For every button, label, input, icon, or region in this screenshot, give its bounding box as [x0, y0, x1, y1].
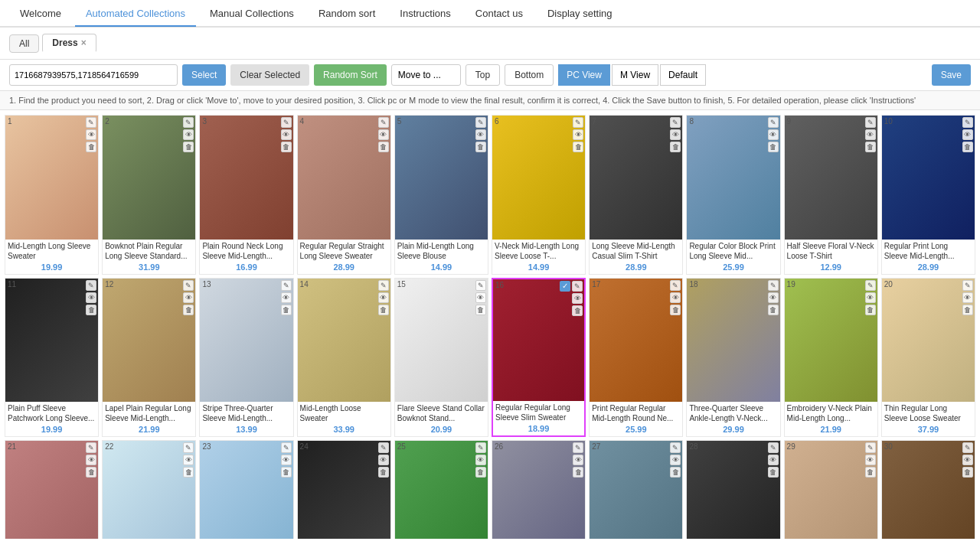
- tab-all[interactable]: All: [9, 34, 39, 53]
- product-card[interactable]: 23 ✎ 👁 🗑 Asymmetric Stripe Lapel Long Lo…: [199, 440, 293, 539]
- delete-icon[interactable]: 🗑: [378, 142, 389, 152]
- edit-icon[interactable]: ✎: [183, 117, 194, 128]
- move-to-select[interactable]: Move to ...: [391, 64, 461, 86]
- product-card[interactable]: 3 ✎ 👁 🗑 Plain Round Neck Long Sleeve Mid…: [199, 115, 293, 275]
- delete-icon[interactable]: 🗑: [86, 467, 96, 478]
- product-card[interactable]: 14 ✎ 👁 🗑 Mid-Length Loose Sweater 33.99: [297, 278, 391, 438]
- nav-display-setting[interactable]: Display setting: [537, 2, 623, 27]
- product-card[interactable]: 15 ✎ 👁 🗑 Flare Sleeve Stand Collar Bowkn…: [394, 278, 488, 438]
- edit-icon[interactable]: ✎: [281, 117, 292, 128]
- product-card[interactable]: 19 ✎ 👁 🗑 Embroidery V-Neck Plain Mid-Len…: [784, 278, 878, 438]
- product-id-input[interactable]: [9, 64, 178, 86]
- product-card[interactable]: 20 ✎ 👁 🗑 Thin Regular Long Sleeve Loose …: [881, 278, 975, 438]
- eye-icon[interactable]: 👁: [281, 455, 292, 465]
- product-card[interactable]: 30 ✎ 👁 🗑 Color Block Lapel Print Mid-Len…: [881, 440, 975, 539]
- edit-icon[interactable]: ✎: [670, 117, 681, 128]
- eye-icon[interactable]: 👁: [281, 129, 292, 140]
- product-card[interactable]: 8 ✎ 👁 🗑 Regular Color Block Print Long S…: [686, 115, 780, 275]
- delete-icon[interactable]: 🗑: [86, 305, 96, 315]
- eye-icon[interactable]: 👁: [962, 129, 973, 140]
- edit-icon[interactable]: ✎: [183, 280, 194, 291]
- delete-icon[interactable]: 🗑: [865, 142, 876, 152]
- eye-icon[interactable]: 👁: [573, 455, 583, 465]
- edit-icon[interactable]: ✎: [573, 442, 583, 453]
- edit-icon[interactable]: ✎: [962, 117, 973, 128]
- delete-icon[interactable]: 🗑: [768, 467, 779, 478]
- product-card[interactable]: 17 ✎ 👁 🗑 Print Regular Regular Mid-Lengt…: [589, 278, 683, 438]
- eye-icon[interactable]: 👁: [572, 293, 583, 304]
- eye-icon[interactable]: 👁: [865, 129, 876, 140]
- product-card[interactable]: 12 ✎ 👁 🗑 Lapel Plain Regular Long Sleeve…: [102, 278, 196, 438]
- eye-icon[interactable]: 👁: [281, 292, 292, 303]
- product-card[interactable]: 28 ✎ 👁 🗑 Print Regular Regular Loose Mid…: [686, 440, 780, 539]
- edit-icon[interactable]: ✎: [378, 442, 389, 453]
- eye-icon[interactable]: 👁: [475, 129, 486, 140]
- edit-icon[interactable]: ✎: [183, 442, 194, 453]
- delete-icon[interactable]: 🗑: [183, 142, 194, 152]
- eye-icon[interactable]: 👁: [962, 455, 973, 465]
- edit-icon[interactable]: ✎: [572, 281, 583, 292]
- edit-icon[interactable]: ✎: [573, 117, 583, 128]
- pc-view-button[interactable]: PC View: [558, 64, 610, 86]
- edit-icon[interactable]: ✎: [768, 280, 779, 291]
- product-card[interactable]: 18 ✎ 👁 🗑 Three-Quarter Sleeve Ankle-Leng…: [686, 278, 780, 438]
- eye-icon[interactable]: 👁: [768, 292, 779, 303]
- edit-icon[interactable]: ✎: [865, 442, 876, 453]
- product-card[interactable]: 6 ✎ 👁 🗑 V-Neck Mid-Length Long Sleeve Lo…: [492, 115, 586, 275]
- product-card[interactable]: 29 ✎ 👁 🗑 Bbtwing Sleeve Loose Fbli Sweat…: [784, 440, 878, 539]
- delete-icon[interactable]: 🗑: [573, 467, 583, 478]
- edit-icon[interactable]: ✎: [962, 442, 973, 453]
- eye-icon[interactable]: 👁: [86, 129, 96, 140]
- edit-icon[interactable]: ✎: [670, 442, 681, 453]
- delete-icon[interactable]: 🗑: [281, 142, 292, 152]
- delete-icon[interactable]: 🗑: [572, 305, 583, 316]
- nav-contact-us[interactable]: Contact us: [465, 2, 534, 27]
- delete-icon[interactable]: 🗑: [670, 142, 681, 152]
- product-card[interactable]: 16 ✓ ✎ 👁 🗑 Regular Regular Long Sleeve S…: [492, 278, 586, 438]
- delete-icon[interactable]: 🗑: [670, 467, 681, 478]
- eye-icon[interactable]: 👁: [865, 455, 876, 465]
- select-button[interactable]: Select: [182, 64, 226, 86]
- nav-random-sort[interactable]: Random sort: [308, 2, 386, 27]
- product-card[interactable]: 9 ✎ 👁 🗑 Half Sleeve Floral V-Neck Loose …: [784, 115, 878, 275]
- delete-icon[interactable]: 🗑: [768, 305, 779, 315]
- eye-icon[interactable]: 👁: [378, 455, 389, 465]
- top-button[interactable]: Top: [466, 64, 500, 86]
- eye-icon[interactable]: 👁: [573, 129, 583, 140]
- delete-icon[interactable]: 🗑: [670, 305, 681, 315]
- delete-icon[interactable]: 🗑: [768, 142, 779, 152]
- eye-icon[interactable]: 👁: [962, 292, 973, 303]
- product-card[interactable]: 24 ✎ 👁 🗑 Regular Raglan Sleeve Patchwork…: [297, 440, 391, 539]
- eye-icon[interactable]: 👁: [475, 292, 486, 303]
- eye-icon[interactable]: 👁: [183, 455, 194, 465]
- edit-icon[interactable]: ✎: [86, 117, 96, 128]
- eye-icon[interactable]: 👁: [670, 455, 681, 465]
- product-card[interactable]: 1 ✎ 👁 🗑 Mid-Length Long Sleeve Sweater 1…: [5, 115, 99, 275]
- delete-icon[interactable]: 🗑: [962, 142, 973, 152]
- edit-icon[interactable]: ✎: [475, 442, 486, 453]
- random-sort-button[interactable]: Random Sort: [314, 64, 387, 86]
- edit-icon[interactable]: ✎: [281, 280, 292, 291]
- bottom-button[interactable]: Bottom: [505, 64, 554, 86]
- edit-icon[interactable]: ✎: [281, 442, 292, 453]
- delete-icon[interactable]: 🗑: [962, 467, 973, 478]
- product-card[interactable]: 13 ✎ 👁 🗑 Stripe Three-Quarter Sleeve Mid…: [199, 278, 293, 438]
- edit-icon[interactable]: ✎: [768, 117, 779, 128]
- eye-icon[interactable]: 👁: [378, 129, 389, 140]
- eye-icon[interactable]: 👁: [670, 292, 681, 303]
- m-view-button[interactable]: M View: [612, 64, 658, 86]
- edit-icon[interactable]: ✎: [86, 280, 96, 291]
- product-card[interactable]: 11 ✎ 👁 🗑 Plain Puff Sleeve Patchwork Lon…: [5, 278, 99, 438]
- delete-icon[interactable]: 🗑: [378, 305, 389, 315]
- eye-icon[interactable]: 👁: [183, 292, 194, 303]
- eye-icon[interactable]: 👁: [183, 129, 194, 140]
- nav-instructions[interactable]: Instructions: [389, 2, 461, 27]
- product-card[interactable]: 7 ✎ 👁 🗑 Long Sleeve Mid-Length Casual Sl…: [589, 115, 683, 275]
- product-card[interactable]: 26 ✎ 👁 🗑 Fall Long Sleeve Sweater 22.99: [492, 440, 586, 539]
- eye-icon[interactable]: 👁: [768, 455, 779, 465]
- delete-icon[interactable]: 🗑: [86, 142, 96, 152]
- edit-icon[interactable]: ✎: [865, 117, 876, 128]
- eye-icon[interactable]: 👁: [865, 292, 876, 303]
- eye-icon[interactable]: 👁: [475, 455, 486, 465]
- save-button[interactable]: Save: [932, 64, 971, 86]
